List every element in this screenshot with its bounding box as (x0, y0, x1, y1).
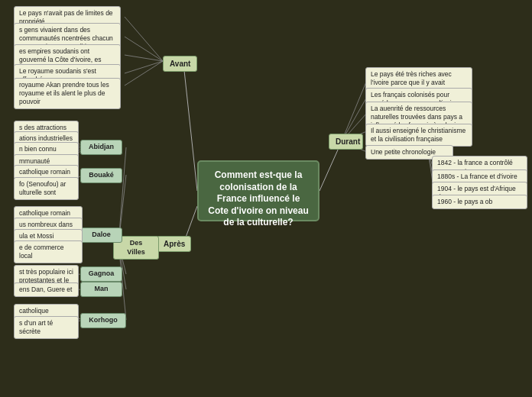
avant-label: Avant (163, 56, 197, 72)
man-node-1: ens Dan, Guere et (14, 282, 79, 297)
center-node: Comment est-que la colonisation de la Fr… (197, 160, 320, 221)
svg-line-6 (125, 61, 163, 73)
city-daloe: Daloe (80, 228, 122, 243)
city-abidjan: Abidjan (80, 140, 122, 155)
durant-node-4: Il aussi enseigné le christianisme et la… (365, 124, 472, 147)
center-label: Comment est-que la colonisation de la Fr… (208, 169, 309, 228)
svg-line-0 (183, 63, 197, 191)
korhogo-node-2: s d'un art té sécrète (14, 316, 79, 339)
apres-label: Après (157, 236, 191, 252)
chrono-1960: 1960 - le pays a ob (432, 195, 527, 209)
city-man: Man (80, 282, 122, 297)
avant-node-5: royaume Akan prendre tous les royaume et… (14, 78, 121, 109)
svg-line-29 (342, 80, 367, 141)
city-gagnoa: Gagnoa (80, 266, 122, 282)
mindmap-container: Comment est-que la colonisation de la Fr… (0, 0, 532, 397)
daloe-node-4: e de commerce local (14, 240, 83, 263)
bouake-node-1: fo (Senoufou) ar ulturelle sont (14, 177, 79, 200)
durant-label: Durant (329, 134, 363, 150)
city-bouake: Bouaké (80, 168, 122, 183)
svg-line-7 (125, 61, 163, 86)
svg-line-3 (125, 17, 163, 61)
svg-line-5 (125, 55, 163, 61)
svg-line-4 (125, 37, 163, 61)
city-korhogo: Korhogo (80, 313, 126, 328)
